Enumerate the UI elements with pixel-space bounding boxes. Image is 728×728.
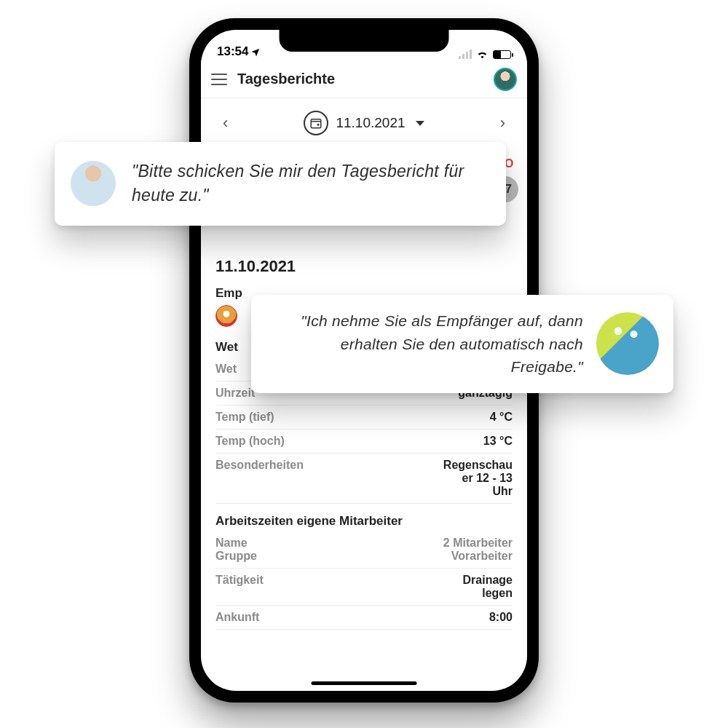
quote-bubble-worker: "Ich nehme Sie als Empfänger auf, dann e… [251,295,673,393]
phone-notch [280,30,449,52]
row-ankunft: Ankunft 8:00 [215,606,513,630]
page-title: Tagesberichte [237,71,483,87]
status-time: 13:54 [217,44,261,59]
row-taetigkeit: Tätigkeit Drainage legen [215,569,513,606]
nav-bar: Tagesberichte [201,60,527,98]
row-name-gruppe: Name Gruppe 2 Mitarbeiter Vorarbeiter [215,531,513,569]
val-taetigkeit: Drainage legen [463,574,513,600]
signal-icon [459,50,472,59]
recipient-avatar-icon[interactable] [215,305,237,327]
key-temp-hoch: Temp (hoch) [215,435,285,448]
weather-header-key: Wet [215,363,237,376]
key-temp-tief: Temp (tief) [215,411,274,424]
svg-rect-0 [312,119,322,128]
key-ankunft: Ankunft [215,611,259,624]
wifi-icon [476,50,488,59]
val-name-gruppe: 2 Mitarbeiter Vorarbeiter [443,537,513,563]
date-picker-value: 11.10.2021 [336,115,405,131]
key-taetigkeit: Tätigkeit [215,574,264,587]
menu-icon[interactable] [211,74,227,85]
report-body[interactable]: 11.10.2021 Emp Wet Wet Uhrzeit ganztägig… [201,148,527,691]
calendar-icon [304,111,328,135]
row-temp-tief: Temp (tief) 4 °C [215,405,513,430]
client-photo [71,161,116,206]
date-picker-row: ‹ 11.10.2021 › [201,98,527,148]
home-indicator [312,681,417,685]
val-temp-hoch: 13 °C [483,435,513,448]
val-temp-tief: 4 °C [490,411,513,424]
avatar[interactable] [494,68,517,91]
row-temp-hoch: Temp (hoch) 13 °C [215,430,513,454]
key-uhrzeit: Uhrzeit [215,387,255,400]
next-day-button[interactable]: › [494,109,511,137]
quote-text-worker: "Ich nehme Sie als Empfänger auf, dann e… [269,309,583,379]
row-besonderheiten: Besonderheiten Regenschau er 12 - 13 Uhr [215,454,513,504]
date-picker-button[interactable]: 11.10.2021 [304,111,424,135]
worker-photo [596,312,659,375]
report-date: 11.10.2021 [215,257,513,276]
val-ankunft: 8:00 [489,611,513,624]
val-besonderheiten: Regenschau er 12 - 13 Uhr [443,459,513,498]
worktimes-section-title: Arbeitszeiten eigene Mitarbeiter [215,514,513,529]
quote-bubble-client: "Bitte schicken Sie mir den Tagesbericht… [55,142,506,226]
key-besonderheiten: Besonderheiten [215,459,304,472]
prev-day-button[interactable]: ‹ [217,109,234,137]
svg-point-1 [317,124,320,126]
battery-icon [493,50,511,59]
location-icon [251,47,261,57]
status-time-text: 13:54 [217,44,248,59]
status-icons [459,50,511,59]
key-name-gruppe: Name Gruppe [215,537,257,563]
stage: 13:54 Tagesberichte ‹ [0,0,728,728]
quote-text-client: "Bitte schicken Sie mir den Tagesbericht… [132,159,486,208]
chevron-down-icon [416,121,424,126]
